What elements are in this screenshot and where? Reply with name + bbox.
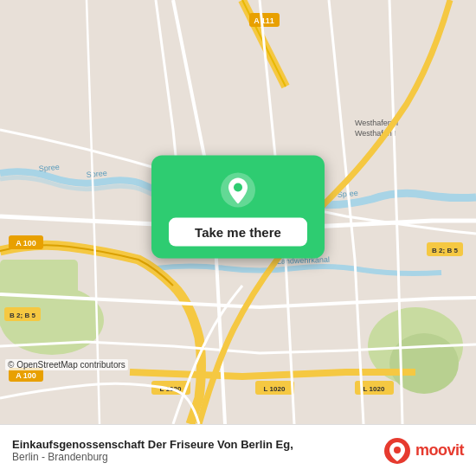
svg-text:L 1020: L 1020 — [363, 385, 385, 393]
svg-text:Spree: Spree — [86, 169, 107, 179]
location-subtitle: Berlin - Brandenburg — [12, 451, 293, 463]
svg-text:Spree: Spree — [38, 163, 60, 173]
footer-bar: Einkaufsgenossenschaft Der Friseure Von … — [0, 424, 476, 476]
map-container: A 111 A 100 A 100 B 2; B 5 B 2; B 5 L 10… — [0, 0, 476, 424]
svg-point-29 — [234, 183, 242, 192]
svg-text:A 100: A 100 — [16, 371, 36, 380]
svg-text:B 2; B 5: B 2; B 5 — [10, 312, 35, 319]
svg-point-31 — [394, 447, 401, 453]
svg-text:L 1020: L 1020 — [264, 385, 286, 393]
osm-credit: © OpenStreetMap contributors — [5, 359, 128, 370]
location-popup: Take me there — [151, 156, 325, 259]
moovit-text: moovit — [415, 441, 464, 460]
svg-text:A 100: A 100 — [16, 239, 36, 248]
location-title: Einkaufsgenossenschaft Der Friseure Von … — [12, 438, 293, 451]
location-pin-icon — [219, 171, 257, 209]
footer-text: Einkaufsgenossenschaft Der Friseure Von … — [12, 438, 293, 463]
moovit-icon — [383, 437, 411, 465]
svg-text:B 2; B 5: B 2; B 5 — [432, 247, 458, 254]
svg-text:A 111: A 111 — [254, 16, 274, 25]
take-me-there-button[interactable]: Take me there — [169, 218, 307, 247]
moovit-logo: moovit — [383, 437, 464, 465]
